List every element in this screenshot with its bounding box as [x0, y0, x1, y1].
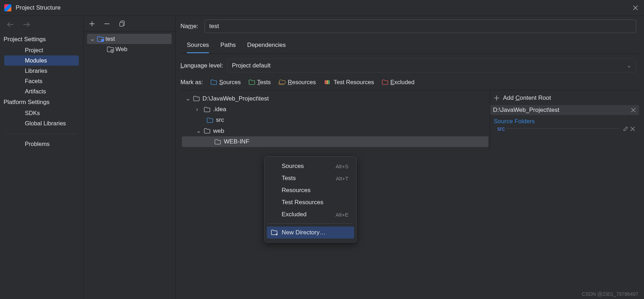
content-tree: ⌄ D:\JavaWeb_Project\test › .idea src	[180, 90, 490, 150]
module-folder-icon	[97, 36, 103, 42]
mark-as-label: Mark as:	[180, 79, 203, 86]
folder-icon	[382, 80, 388, 85]
mark-test-resources-button[interactable]: Test Resources	[324, 79, 374, 86]
tab-paths[interactable]: Paths	[220, 39, 236, 53]
edit-icon[interactable]	[623, 126, 628, 132]
folder-icon	[215, 139, 221, 145]
module-web[interactable]: Web	[87, 44, 172, 54]
nav-global-libraries[interactable]: Global Libraries	[4, 118, 79, 129]
context-menu: SourcesAlt+S TestsAlt+T Resources Test R…	[264, 156, 357, 243]
titlebar: Project Structure	[0, 0, 644, 16]
nav-libraries[interactable]: Libraries	[4, 66, 79, 76]
tab-dependencies[interactable]: Dependencies	[247, 39, 286, 53]
forward-button	[23, 22, 31, 27]
folder-icon	[211, 80, 217, 85]
source-folders-header: Source Folders	[494, 118, 635, 125]
add-content-root-button[interactable]: Add Content Root	[494, 93, 635, 105]
web-facet-icon	[107, 47, 113, 52]
nav-modules[interactable]: Modules	[4, 55, 79, 66]
tree-web[interactable]: ⌄ web	[182, 125, 488, 136]
tree-label: WEB-INF	[224, 138, 249, 145]
mark-tests-button[interactable]: Tests	[249, 79, 271, 86]
mark-resources-button[interactable]: Resources	[278, 79, 316, 86]
content-roots-pane: Add Content Root D:\JavaWeb_Project\test…	[490, 90, 639, 150]
new-folder-icon	[271, 229, 278, 236]
separator	[6, 134, 77, 134]
nav-artifacts[interactable]: Artifacts	[4, 86, 79, 97]
tree-label: D:\JavaWeb_Project\test	[202, 95, 269, 102]
ctx-resources[interactable]: Resources	[267, 184, 354, 196]
tree-content-root[interactable]: ⌄ D:\JavaWeb_Project\test	[182, 93, 488, 104]
platform-settings-header: Platform Settings	[0, 97, 83, 108]
close-button[interactable]	[631, 4, 640, 12]
svg-rect-1	[101, 39, 104, 42]
chevron-right-icon: ›	[196, 106, 201, 113]
tab-sources[interactable]: Sources	[187, 39, 209, 53]
module-label: Web	[115, 46, 128, 53]
chevron-down-icon: ⌄	[627, 62, 632, 69]
ctx-new-directory[interactable]: New Directory…	[267, 227, 354, 239]
copy-module-button[interactable]	[118, 20, 125, 27]
sources-split: ⌄ D:\JavaWeb_Project\test › .idea src	[180, 90, 639, 150]
tree-src[interactable]: src	[182, 115, 488, 125]
ctx-test-resources[interactable]: Test Resources	[267, 196, 354, 208]
remove-module-button[interactable]	[103, 20, 110, 27]
mark-excluded-button[interactable]: Excluded	[382, 79, 415, 86]
module-detail: Name: Sources Paths Dependencies Languag…	[175, 16, 644, 299]
plus-icon	[494, 95, 499, 101]
folder-icon	[193, 96, 200, 101]
add-module-button[interactable]	[88, 20, 96, 27]
mark-sources-button[interactable]: Sources	[211, 79, 241, 86]
chevron-down-icon: ⌄	[196, 127, 201, 135]
language-level-select[interactable]: Project default ⌄	[227, 59, 636, 72]
svg-rect-3	[325, 80, 326, 84]
tree-idea[interactable]: › .idea	[182, 104, 488, 115]
nav-facets[interactable]: Facets	[4, 76, 79, 86]
intellij-logo-icon	[4, 4, 11, 11]
ctx-sources[interactable]: SourcesAlt+S	[267, 160, 354, 172]
language-level-label: Language level:	[180, 62, 223, 69]
tree-label: .idea	[213, 106, 226, 113]
ctx-excluded[interactable]: ExcludedAlt+E	[267, 208, 354, 221]
project-structure-window: Project Structure Project Settings Proje…	[0, 0, 644, 299]
watermark: CSDN @2301_79786497	[582, 291, 638, 297]
left-nav: Project Settings Project Modules Librari…	[0, 16, 83, 299]
module-test[interactable]: ⌄ test	[87, 34, 172, 44]
svg-rect-0	[120, 22, 123, 26]
svg-rect-4	[326, 80, 328, 84]
module-label: test	[105, 36, 115, 42]
modules-column: ⌄ test Web	[83, 16, 175, 299]
tabs: Sources Paths Dependencies	[180, 39, 639, 54]
test-resources-icon	[324, 80, 331, 85]
modules-tree: ⌄ test Web	[83, 32, 175, 56]
chevron-down-icon: ⌄	[90, 36, 95, 42]
module-name-input[interactable]	[205, 20, 636, 33]
folder-icon	[204, 128, 210, 134]
content-root-path[interactable]: D:\JavaWeb_Project\test	[490, 105, 639, 115]
separator	[268, 223, 353, 224]
language-level-value: Project default	[232, 62, 271, 69]
folder-stack-icon	[278, 80, 286, 85]
mark-as-row: Mark as: Sources Tests Resources Test Re…	[180, 77, 639, 88]
chevron-down-icon: ⌄	[185, 95, 190, 102]
close-icon	[633, 5, 638, 10]
nav-sdks[interactable]: SDKs	[4, 108, 79, 118]
tree-label: web	[213, 127, 224, 135]
folder-icon	[207, 118, 213, 123]
project-settings-header: Project Settings	[0, 34, 83, 45]
tree-label: src	[216, 116, 224, 124]
remove-root-icon[interactable]	[631, 107, 636, 113]
remove-icon[interactable]	[630, 126, 635, 132]
nav-project[interactable]: Project	[4, 45, 79, 55]
tree-webinf[interactable]: WEB-INF	[182, 136, 488, 147]
back-button	[6, 22, 14, 27]
window-title: Project Structure	[16, 4, 61, 11]
nav-problems[interactable]: Problems	[4, 139, 79, 149]
folder-icon	[249, 80, 255, 85]
modules-toolbar	[83, 16, 175, 32]
svg-rect-5	[328, 80, 330, 84]
name-label: Name:	[180, 23, 198, 30]
ctx-tests[interactable]: TestsAlt+T	[267, 172, 354, 184]
source-folder-src[interactable]: src	[497, 125, 635, 133]
folder-icon	[204, 107, 210, 112]
